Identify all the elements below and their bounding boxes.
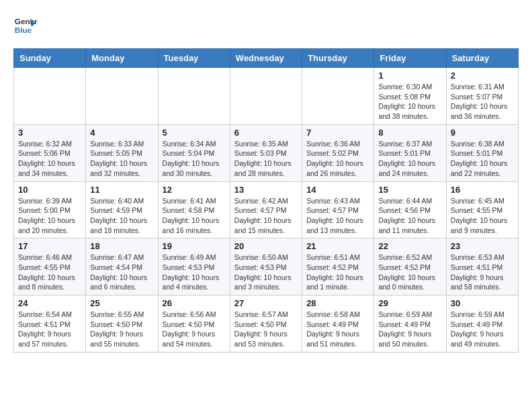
day-number: 9 xyxy=(451,128,514,138)
day-info: Sunrise: 6:37 AMSunset: 5:01 PMDaylight:… xyxy=(378,139,441,179)
day-info: Sunrise: 6:38 AMSunset: 5:01 PMDaylight:… xyxy=(451,139,514,179)
day-number: 19 xyxy=(163,241,226,251)
day-info: Sunrise: 6:40 AMSunset: 4:59 PMDaylight:… xyxy=(90,196,153,236)
weekday-header-thursday: Thursday xyxy=(302,49,374,68)
day-number: 13 xyxy=(234,185,298,195)
day-info: Sunrise: 6:32 AMSunset: 5:06 PMDaylight:… xyxy=(18,139,81,179)
day-number: 21 xyxy=(306,241,369,251)
calendar-cell: 11Sunrise: 6:40 AMSunset: 4:59 PMDayligh… xyxy=(86,181,158,238)
calendar-cell xyxy=(302,68,374,125)
page-header: General Blue xyxy=(13,13,519,38)
calendar-cell: 30Sunrise: 6:59 AMSunset: 4:49 PMDayligh… xyxy=(446,295,518,353)
svg-text:Blue: Blue xyxy=(15,26,32,34)
day-info: Sunrise: 6:41 AMSunset: 4:58 PMDaylight:… xyxy=(163,196,226,236)
day-number: 6 xyxy=(234,128,298,138)
day-number: 20 xyxy=(234,241,298,251)
calendar-cell: 18Sunrise: 6:47 AMSunset: 4:54 PMDayligh… xyxy=(86,238,158,295)
day-info: Sunrise: 6:45 AMSunset: 4:55 PMDaylight:… xyxy=(451,196,514,236)
weekday-header-monday: Monday xyxy=(86,49,158,68)
calendar-cell: 27Sunrise: 6:57 AMSunset: 4:50 PMDayligh… xyxy=(230,295,302,353)
day-number: 4 xyxy=(90,128,153,138)
calendar-table: SundayMondayTuesdayWednesdayThursdayFrid… xyxy=(13,48,519,353)
calendar-cell: 21Sunrise: 6:51 AMSunset: 4:52 PMDayligh… xyxy=(302,238,374,295)
day-info: Sunrise: 6:50 AMSunset: 4:53 PMDaylight:… xyxy=(234,253,298,292)
calendar-cell: 8Sunrise: 6:37 AMSunset: 5:01 PMDaylight… xyxy=(374,124,446,181)
day-number: 1 xyxy=(378,71,441,81)
day-number: 16 xyxy=(451,185,514,195)
calendar-cell: 19Sunrise: 6:49 AMSunset: 4:53 PMDayligh… xyxy=(158,238,230,295)
day-info: Sunrise: 6:33 AMSunset: 5:05 PMDaylight:… xyxy=(90,139,153,179)
day-number: 14 xyxy=(306,185,369,195)
day-info: Sunrise: 6:57 AMSunset: 4:50 PMDaylight:… xyxy=(234,310,298,349)
day-number: 18 xyxy=(90,241,153,251)
calendar-cell: 17Sunrise: 6:46 AMSunset: 4:55 PMDayligh… xyxy=(14,238,86,295)
weekday-header-row: SundayMondayTuesdayWednesdayThursdayFrid… xyxy=(14,49,519,68)
day-info: Sunrise: 6:49 AMSunset: 4:53 PMDaylight:… xyxy=(163,253,226,292)
calendar-week-5: 24Sunrise: 6:54 AMSunset: 4:51 PMDayligh… xyxy=(14,295,519,353)
day-info: Sunrise: 6:39 AMSunset: 5:00 PMDaylight:… xyxy=(18,196,81,236)
day-number: 27 xyxy=(234,298,298,308)
weekday-header-wednesday: Wednesday xyxy=(230,49,302,68)
day-info: Sunrise: 6:36 AMSunset: 5:02 PMDaylight:… xyxy=(306,139,369,179)
calendar-cell xyxy=(230,68,302,125)
day-info: Sunrise: 6:44 AMSunset: 4:56 PMDaylight:… xyxy=(378,196,441,236)
svg-text:General: General xyxy=(15,17,38,26)
calendar-cell: 9Sunrise: 6:38 AMSunset: 5:01 PMDaylight… xyxy=(446,124,518,181)
day-number: 23 xyxy=(451,241,514,251)
weekday-header-friday: Friday xyxy=(374,49,446,68)
calendar-cell: 23Sunrise: 6:53 AMSunset: 4:51 PMDayligh… xyxy=(446,238,518,295)
day-number: 11 xyxy=(90,185,153,195)
calendar-cell: 2Sunrise: 6:31 AMSunset: 5:07 PMDaylight… xyxy=(446,68,518,125)
calendar-cell: 29Sunrise: 6:59 AMSunset: 4:49 PMDayligh… xyxy=(374,295,446,353)
day-info: Sunrise: 6:52 AMSunset: 4:52 PMDaylight:… xyxy=(378,253,441,292)
calendar-week-1: 1Sunrise: 6:30 AMSunset: 5:08 PMDaylight… xyxy=(14,68,519,125)
calendar-cell xyxy=(14,68,86,125)
day-info: Sunrise: 6:35 AMSunset: 5:03 PMDaylight:… xyxy=(234,139,298,179)
calendar-cell: 6Sunrise: 6:35 AMSunset: 5:03 PMDaylight… xyxy=(230,124,302,181)
day-number: 26 xyxy=(163,298,226,308)
calendar-cell: 26Sunrise: 6:56 AMSunset: 4:50 PMDayligh… xyxy=(158,295,230,353)
day-info: Sunrise: 6:56 AMSunset: 4:50 PMDaylight:… xyxy=(163,310,226,349)
day-number: 15 xyxy=(378,185,441,195)
day-info: Sunrise: 6:47 AMSunset: 4:54 PMDaylight:… xyxy=(90,253,153,292)
calendar-week-2: 3Sunrise: 6:32 AMSunset: 5:06 PMDaylight… xyxy=(14,124,519,181)
calendar-body: 1Sunrise: 6:30 AMSunset: 5:08 PMDaylight… xyxy=(14,68,519,353)
weekday-header-saturday: Saturday xyxy=(446,49,518,68)
calendar-cell: 4Sunrise: 6:33 AMSunset: 5:05 PMDaylight… xyxy=(86,124,158,181)
weekday-header-sunday: Sunday xyxy=(14,49,86,68)
day-info: Sunrise: 6:46 AMSunset: 4:55 PMDaylight:… xyxy=(18,253,81,292)
day-number: 5 xyxy=(163,128,226,138)
calendar-cell: 5Sunrise: 6:34 AMSunset: 5:04 PMDaylight… xyxy=(158,124,230,181)
calendar-cell: 24Sunrise: 6:54 AMSunset: 4:51 PMDayligh… xyxy=(14,295,86,353)
day-number: 17 xyxy=(18,241,81,251)
day-number: 22 xyxy=(378,241,441,251)
calendar-cell: 10Sunrise: 6:39 AMSunset: 5:00 PMDayligh… xyxy=(14,181,86,238)
day-info: Sunrise: 6:42 AMSunset: 4:57 PMDaylight:… xyxy=(234,196,298,236)
day-info: Sunrise: 6:55 AMSunset: 4:50 PMDaylight:… xyxy=(90,310,153,349)
day-info: Sunrise: 6:59 AMSunset: 4:49 PMDaylight:… xyxy=(451,310,514,349)
day-number: 8 xyxy=(378,128,441,138)
calendar-week-4: 17Sunrise: 6:46 AMSunset: 4:55 PMDayligh… xyxy=(14,238,519,295)
calendar-cell: 3Sunrise: 6:32 AMSunset: 5:06 PMDaylight… xyxy=(14,124,86,181)
day-info: Sunrise: 6:31 AMSunset: 5:07 PMDaylight:… xyxy=(451,82,514,122)
day-number: 28 xyxy=(306,298,369,308)
calendar-cell: 1Sunrise: 6:30 AMSunset: 5:08 PMDaylight… xyxy=(374,68,446,125)
calendar-cell: 12Sunrise: 6:41 AMSunset: 4:58 PMDayligh… xyxy=(158,181,230,238)
day-info: Sunrise: 6:59 AMSunset: 4:49 PMDaylight:… xyxy=(378,310,441,349)
day-info: Sunrise: 6:30 AMSunset: 5:08 PMDaylight:… xyxy=(378,82,441,122)
calendar-cell: 15Sunrise: 6:44 AMSunset: 4:56 PMDayligh… xyxy=(374,181,446,238)
day-number: 24 xyxy=(18,298,81,308)
logo-icon: General Blue xyxy=(13,13,38,38)
calendar-cell: 14Sunrise: 6:43 AMSunset: 4:57 PMDayligh… xyxy=(302,181,374,238)
day-number: 3 xyxy=(18,128,81,138)
calendar-cell xyxy=(158,68,230,125)
calendar-cell xyxy=(86,68,158,125)
weekday-header-tuesday: Tuesday xyxy=(158,49,230,68)
day-number: 30 xyxy=(451,298,514,308)
day-info: Sunrise: 6:43 AMSunset: 4:57 PMDaylight:… xyxy=(306,196,369,236)
day-number: 7 xyxy=(306,128,369,138)
calendar-cell: 28Sunrise: 6:58 AMSunset: 4:49 PMDayligh… xyxy=(302,295,374,353)
calendar-cell: 22Sunrise: 6:52 AMSunset: 4:52 PMDayligh… xyxy=(374,238,446,295)
calendar-cell: 25Sunrise: 6:55 AMSunset: 4:50 PMDayligh… xyxy=(86,295,158,353)
day-number: 12 xyxy=(163,185,226,195)
